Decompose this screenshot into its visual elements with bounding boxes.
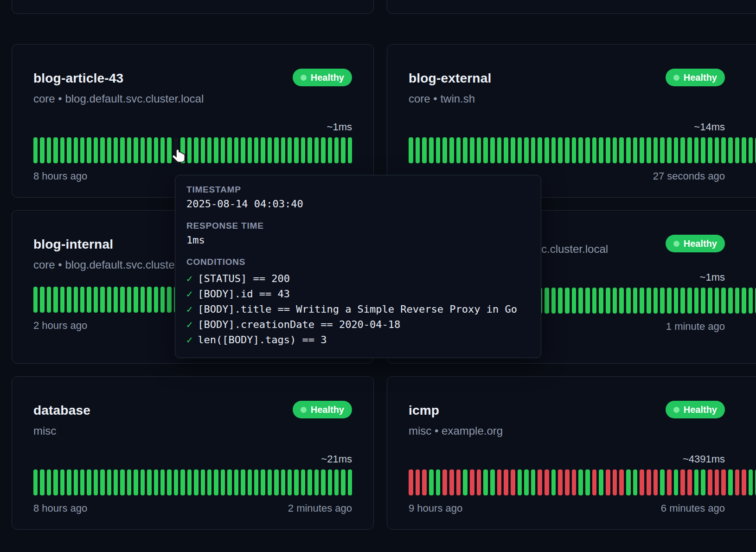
timeline-bar[interactable] (606, 288, 610, 314)
timeline-bar[interactable] (221, 469, 225, 495)
timeline-bar[interactable] (134, 137, 138, 163)
timeline-bar[interactable] (647, 137, 651, 163)
timeline-bar[interactable] (100, 137, 104, 163)
timeline-bar[interactable] (134, 287, 138, 313)
timeline-bar[interactable] (301, 137, 305, 163)
timeline-bar[interactable] (626, 469, 631, 495)
timeline-bar[interactable] (538, 469, 542, 495)
timeline-bar[interactable] (613, 288, 617, 314)
timeline-bar[interactable] (551, 469, 556, 495)
timeline-bar[interactable] (592, 288, 597, 314)
timeline-bar[interactable] (477, 469, 481, 495)
timeline-bar[interactable] (180, 469, 185, 495)
timeline-bar[interactable] (599, 137, 603, 163)
timeline-bar[interactable] (497, 469, 502, 495)
timeline-bar[interactable] (74, 137, 78, 163)
timeline-bar[interactable] (147, 469, 151, 495)
timeline-bar[interactable] (572, 288, 577, 314)
timeline-bar[interactable] (107, 137, 111, 163)
timeline-bar[interactable] (268, 137, 272, 163)
timeline-bar[interactable] (67, 287, 71, 313)
timeline-bar[interactable] (187, 137, 192, 163)
timeline-bar[interactable] (538, 137, 542, 163)
service-card-icmp[interactable]: icmp misc • example.org Healthy ~4391ms … (387, 376, 756, 530)
timeline-bar[interactable] (274, 469, 278, 495)
timeline-bar[interactable] (463, 469, 468, 495)
timeline-bar[interactable] (341, 469, 345, 495)
timeline-bar[interactable] (599, 288, 603, 314)
timeline-bar[interactable] (261, 137, 265, 163)
timeline-bar[interactable] (147, 287, 151, 313)
timeline-bar[interactable] (67, 469, 71, 495)
timeline-bar[interactable] (214, 469, 218, 495)
timeline-bar[interactable] (80, 469, 84, 495)
timeline-bar[interactable] (100, 287, 104, 313)
timeline-bar[interactable] (248, 469, 252, 495)
uptime-timeline[interactable] (409, 137, 756, 163)
timeline-bar[interactable] (511, 469, 515, 495)
timeline-bar[interactable] (565, 469, 570, 495)
timeline-bar[interactable] (518, 137, 522, 163)
timeline-bar[interactable] (107, 287, 111, 313)
timeline-bar[interactable] (268, 469, 272, 495)
timeline-bar[interactable] (518, 469, 522, 495)
timeline-bar[interactable] (227, 469, 231, 495)
timeline-bar[interactable] (735, 469, 740, 495)
timeline-bar[interactable] (74, 469, 78, 495)
timeline-bar[interactable] (141, 469, 145, 495)
timeline-bar[interactable] (87, 469, 91, 495)
timeline-bar[interactable] (241, 137, 245, 163)
timeline-bar[interactable] (660, 469, 665, 495)
timeline-bar[interactable] (429, 137, 434, 163)
timeline-bar[interactable] (749, 137, 753, 163)
timeline-bar[interactable] (114, 137, 118, 163)
timeline-bar[interactable] (167, 287, 171, 313)
timeline-bar[interactable] (687, 288, 692, 314)
timeline-bar[interactable] (80, 287, 84, 313)
timeline-bar[interactable] (558, 137, 563, 163)
timeline-bar[interactable] (497, 137, 502, 163)
timeline-bar[interactable] (619, 469, 624, 495)
timeline-bar[interactable] (572, 469, 577, 495)
timeline-bar[interactable] (545, 288, 549, 314)
timeline-bar[interactable] (715, 469, 719, 495)
timeline-bar[interactable] (701, 137, 705, 163)
timeline-bar[interactable] (578, 137, 583, 163)
timeline-bar[interactable] (653, 288, 658, 314)
timeline-bar[interactable] (436, 137, 441, 163)
timeline-bar[interactable] (674, 288, 679, 314)
timeline-bar[interactable] (449, 469, 454, 495)
timeline-bar[interactable] (334, 137, 339, 163)
timeline-bar[interactable] (409, 137, 413, 163)
timeline-bar[interactable] (47, 469, 51, 495)
timeline-bar[interactable] (640, 137, 644, 163)
timeline-bar[interactable] (660, 288, 665, 314)
timeline-bar[interactable] (647, 288, 651, 314)
timeline-bar[interactable] (653, 469, 658, 495)
timeline-bar[interactable] (147, 137, 151, 163)
timeline-bar[interactable] (694, 288, 699, 314)
uptime-timeline[interactable] (409, 469, 756, 495)
timeline-bar[interactable] (483, 469, 488, 495)
timeline-bar[interactable] (241, 469, 245, 495)
timeline-bar[interactable] (60, 469, 64, 495)
timeline-bar[interactable] (680, 288, 685, 314)
timeline-bar[interactable] (234, 469, 238, 495)
timeline-bar[interactable] (626, 137, 631, 163)
timeline-bar[interactable] (633, 137, 638, 163)
timeline-bar[interactable] (660, 137, 665, 163)
timeline-bar[interactable] (60, 287, 64, 313)
timeline-bar[interactable] (701, 288, 705, 314)
timeline-bar[interactable] (341, 137, 345, 163)
timeline-bar[interactable] (545, 137, 549, 163)
timeline-bar[interactable] (174, 469, 178, 495)
timeline-bar[interactable] (728, 288, 733, 314)
timeline-bar[interactable] (592, 137, 597, 163)
timeline-bar[interactable] (504, 469, 508, 495)
timeline-bar[interactable] (436, 469, 441, 495)
timeline-bar[interactable] (721, 137, 726, 163)
timeline-bar[interactable] (114, 469, 118, 495)
timeline-bar[interactable] (531, 137, 536, 163)
timeline-bar[interactable] (94, 469, 98, 495)
timeline-bar[interactable] (308, 469, 312, 495)
